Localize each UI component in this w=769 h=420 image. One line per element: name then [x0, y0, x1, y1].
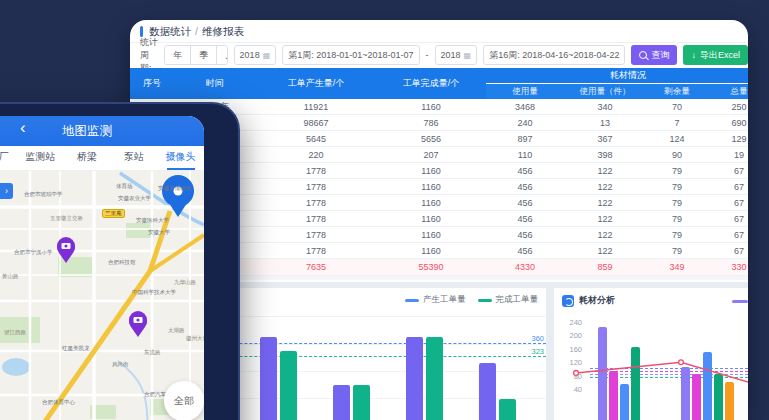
range-separator: -: [426, 50, 429, 60]
export-excel-button[interactable]: ↓ 导出Excel: [683, 45, 748, 65]
table-cell: 67: [708, 195, 748, 211]
table-cell: 5656: [376, 131, 486, 147]
legend-item[interactable]: 产生工单量: [405, 294, 466, 306]
legend-item[interactable]: 完成工单量: [478, 294, 539, 306]
table-cell: 67: [708, 179, 748, 195]
calendar-icon: ▦: [464, 51, 472, 60]
table-cell: 1778: [256, 227, 376, 243]
table-cell: 349: [646, 259, 708, 276]
table-cell: 11921: [256, 99, 376, 115]
table-cell: 7: [646, 115, 708, 131]
consumable-chart-panel: 耗材分析 2402001601208040: [554, 288, 748, 420]
map-expander-button[interactable]: ›: [0, 183, 13, 199]
col-header: 序号: [130, 68, 174, 99]
map-label: 黄山路: [2, 273, 19, 280]
bar-完成工单量[interactable]: [499, 399, 516, 420]
bar-完成工单量[interactable]: [280, 351, 297, 420]
phone-tab-bar: 污水厂监测站桥梁泵站摄像头: [0, 146, 204, 171]
table-cell: 30: [486, 276, 564, 281]
table-cell: 456: [486, 211, 564, 227]
trend-line: [554, 288, 748, 420]
bar-产生工单量[interactable]: [406, 337, 423, 420]
table-cell: 786: [376, 115, 486, 131]
map-label: 徽州大道: [186, 335, 204, 342]
map-view[interactable]: 合肥市琥珀中学体育场安徽农业大学安徽省博物馆五里墩立交桥安徽医科大学安徽大学合肥…: [0, 171, 204, 420]
map-label: 体育场: [116, 183, 133, 190]
map-label: 合肥科技馆: [108, 259, 136, 266]
tab-摄像头[interactable]: 摄像头: [157, 146, 204, 170]
table-cell: 1160: [376, 179, 486, 195]
table-cell: 79: [646, 211, 708, 227]
bar-完成工单量[interactable]: [426, 337, 443, 420]
period-option-年[interactable]: 年: [165, 46, 191, 64]
table-cell: 1160: [376, 243, 486, 259]
phone-header: ‹ 地图监测: [0, 116, 204, 146]
map-label: 太湖路: [168, 327, 185, 334]
camera-pin[interactable]: [129, 311, 147, 337]
table-cell: 1160: [376, 227, 486, 243]
map-label: 安徽农业大学: [118, 195, 151, 202]
table-cell: 859: [564, 259, 646, 276]
sub-col-header: 使用量: [486, 84, 564, 100]
start-year-select[interactable]: 2018▦: [234, 45, 277, 65]
table-cell: 1160: [376, 211, 486, 227]
bar-完成工单量[interactable]: [353, 385, 370, 420]
breadcrumb: 数据统计 / 维修报表: [130, 20, 748, 43]
filter-bar: 统计周期: 年季月周日 2018▦ 第1周: 2018-01-01~2018-0…: [130, 42, 748, 68]
bar-产生工单量[interactable]: [479, 363, 496, 420]
tab-泵站[interactable]: 泵站: [110, 146, 157, 170]
map-label: 红星美凯龙: [62, 345, 90, 352]
tab-污水厂[interactable]: 污水厂: [0, 146, 17, 170]
table-cell: 1160: [376, 99, 486, 115]
table-cell: 79: [646, 163, 708, 179]
all-button[interactable]: 全部: [164, 381, 204, 420]
table-cell: 55390: [376, 259, 486, 276]
chart-legend: 产生工单量完成工单量: [405, 294, 538, 306]
sub-col-header: 剩余量: [646, 84, 708, 100]
table-cell: 122: [564, 179, 646, 195]
start-week-input[interactable]: 第1周: 2018-01-01~2018-01-07: [282, 45, 419, 65]
map-label: 安徽医科大学: [136, 217, 169, 224]
table-cell: 35: [256, 276, 376, 281]
table-cell: 5645: [256, 131, 376, 147]
selected-location-pin[interactable]: [162, 175, 194, 217]
calendar-icon: ▦: [263, 51, 271, 60]
table-cell: 1160: [376, 195, 486, 211]
map-label: 东流路: [144, 349, 161, 356]
bar-产生工单量[interactable]: [260, 337, 277, 420]
legend-dash-icon: [405, 299, 419, 302]
bar-产生工单量[interactable]: [333, 385, 350, 420]
stage: 数据统计 / 维修报表 统计周期: 年季月周日 2018▦ 第1周: 2018-…: [0, 0, 769, 420]
tab-监测站[interactable]: 监测站: [17, 146, 64, 170]
phone-title: 地图监测: [62, 123, 112, 140]
end-year-select[interactable]: 2018▦: [435, 45, 478, 65]
end-week-input[interactable]: 第16周: 2018-04-16~2018-04-22: [483, 45, 625, 65]
table-cell: 70: [646, 99, 708, 115]
period-option-季[interactable]: 季: [191, 46, 217, 64]
table-cell: 129: [708, 131, 748, 147]
phone-mockup: ‹ 地图监测 污水厂监测站桥梁泵站摄像头: [0, 102, 240, 420]
table-cell: 390: [376, 276, 486, 281]
table-cell: 456: [486, 179, 564, 195]
table-cell: 207: [376, 147, 486, 163]
period-segmented-control: 年季月周日: [164, 45, 227, 65]
table-cell: 1778: [256, 211, 376, 227]
table-cell: 122: [564, 211, 646, 227]
period-option-月[interactable]: 月: [217, 46, 227, 64]
group-col-header: 耗材情况: [486, 68, 748, 84]
table-cell: 98667: [256, 115, 376, 131]
legend-dash-icon: [478, 299, 492, 302]
table-cell: 13: [564, 115, 646, 131]
search-button[interactable]: 查询: [631, 45, 677, 65]
map-label: 风尚街: [112, 361, 129, 368]
table-cell: 3468: [486, 99, 564, 115]
camera-pin[interactable]: [57, 237, 75, 263]
table-cell: 122: [564, 227, 646, 243]
table-cell: 7635: [256, 259, 376, 276]
table-cell: 1778: [256, 243, 376, 259]
table-cell: 690: [708, 115, 748, 131]
col-header: 工单完成量/个: [376, 68, 486, 99]
table-cell: 111: [646, 276, 708, 281]
tab-桥梁[interactable]: 桥梁: [64, 146, 111, 170]
back-chevron-icon[interactable]: ‹: [20, 118, 26, 138]
